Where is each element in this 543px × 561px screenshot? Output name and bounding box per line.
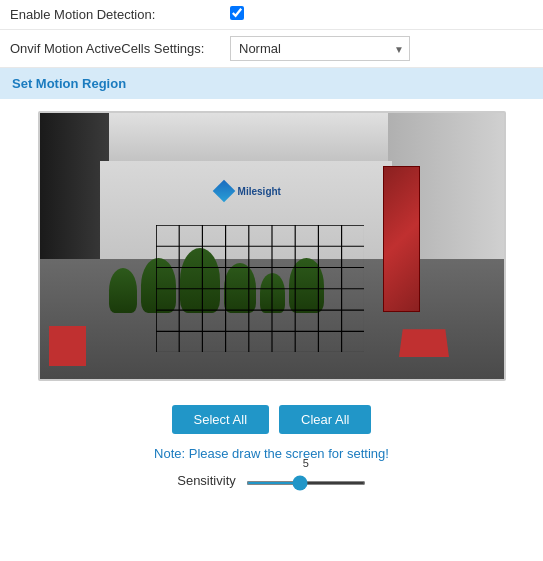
motion-region-header: Set Motion Region (0, 68, 543, 99)
logo-diamond-icon (212, 180, 235, 203)
sensitivity-slider[interactable] (246, 481, 366, 485)
corner-left (49, 326, 86, 366)
enable-motion-detection-checkbox[interactable] (230, 6, 244, 20)
onvif-select-wrapper: Normal Low High ▼ (230, 36, 410, 61)
sensitivity-value: 5 (303, 457, 309, 469)
camera-scene: Milesight (40, 113, 504, 379)
plant-1 (109, 268, 137, 313)
sensitivity-slider-container: 5 (246, 473, 366, 488)
onvif-select[interactable]: Normal Low High (230, 36, 410, 61)
enable-motion-detection-label: Enable Motion Detection: (10, 7, 230, 22)
logo-area: Milesight (202, 172, 295, 212)
motion-region-container: Milesight (0, 99, 543, 393)
select-all-button[interactable]: Select All (172, 405, 269, 434)
motion-grid-overlay[interactable] (156, 225, 365, 353)
action-buttons-row: Select All Clear All (0, 393, 543, 442)
onvif-settings-label: Onvif Motion ActiveCells Settings: (10, 41, 230, 56)
sensitivity-label: Sensitivity (177, 473, 236, 488)
onvif-settings-row: Onvif Motion ActiveCells Settings: Norma… (0, 30, 543, 68)
clear-all-button[interactable]: Clear All (279, 405, 371, 434)
enable-motion-detection-value (230, 6, 533, 23)
camera-feed[interactable]: Milesight (38, 111, 506, 381)
motion-region-title: Set Motion Region (12, 76, 126, 91)
floor-mat (399, 329, 449, 357)
enable-motion-detection-row: Enable Motion Detection: (0, 0, 543, 30)
sensitivity-row: Sensitivity 5 (0, 469, 543, 500)
note-text: Note: Please draw the screen for setting… (0, 442, 543, 469)
logo-text: Milesight (238, 186, 281, 197)
door (383, 166, 420, 312)
onvif-settings-value: Normal Low High ▼ (230, 36, 533, 61)
motion-grid-svg (156, 225, 365, 353)
